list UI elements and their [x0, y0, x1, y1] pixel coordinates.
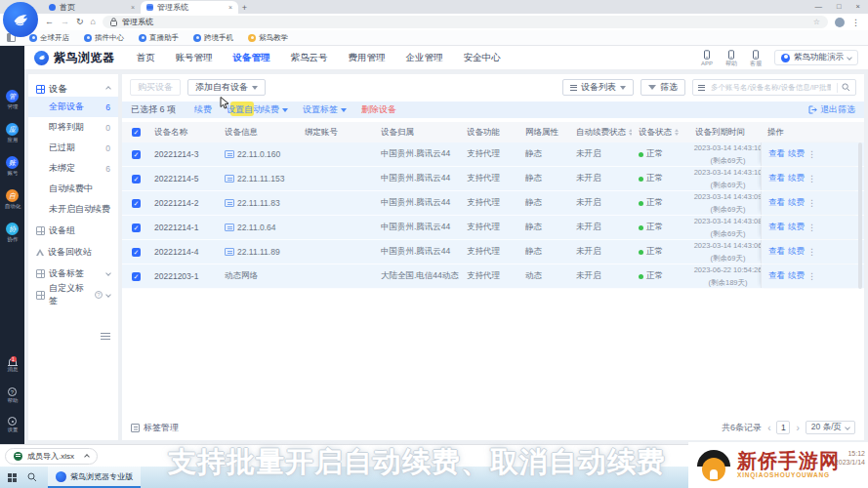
more-actions-icon[interactable]: ⋮	[807, 198, 816, 208]
brand[interactable]: 紫鸟浏览器	[34, 50, 115, 66]
prev-page-icon[interactable]: ‹	[767, 423, 770, 433]
table-row[interactable]: 20221214-5 22.11.11.153 中国贵州.腾讯云44 支持代理 …	[122, 167, 864, 191]
column-header[interactable]: 自动续费状态	[569, 127, 632, 139]
table-row[interactable]: 20221214-2 22.11.11.83 中国贵州.腾讯云44 支持代理 静…	[122, 191, 864, 216]
sidebar-item-device-tags[interactable]: 设备标签	[28, 263, 118, 284]
rail-item-help[interactable]: ? 帮助	[7, 386, 19, 415]
taskbar-app-ziniao[interactable]: 紫鸟浏览器专业版	[48, 467, 141, 488]
nav-item[interactable]: 账号管理	[176, 52, 213, 64]
column-header[interactable]: 网络属性	[518, 127, 569, 139]
view-link[interactable]: 查看	[768, 173, 785, 184]
search-icon[interactable]	[842, 83, 850, 92]
sidebar-filter-item[interactable]: 未开启自动续费	[28, 199, 118, 220]
bookmark-item[interactable]: 全球开店	[29, 33, 69, 43]
rail-item[interactable]: 应 应用	[6, 123, 19, 156]
row-checkbox[interactable]	[132, 150, 141, 159]
sidebar-section-devices[interactable]: 设备	[28, 81, 118, 97]
filter-button[interactable]: 筛选	[641, 79, 685, 96]
nav-item[interactable]: 设备管理	[233, 52, 270, 64]
renew-link[interactable]: 续费	[788, 246, 805, 258]
user-menu[interactable]: 紫鸟功能演示	[774, 50, 858, 65]
bookmark-item[interactable]: 跨境手机	[193, 33, 233, 43]
sidebar-settings-icon[interactable]	[101, 331, 110, 342]
view-link[interactable]: 查看	[768, 246, 785, 258]
rail-item[interactable]: 协 协作	[6, 223, 19, 256]
column-header[interactable]: 设备归属	[374, 127, 460, 139]
rail-item[interactable]: 自 自动化	[4, 189, 21, 223]
column-header[interactable]: 设备状态	[632, 127, 688, 139]
row-checkbox[interactable]	[132, 199, 141, 208]
windows-start-icon[interactable]	[8, 473, 17, 482]
profile-avatar[interactable]	[835, 18, 845, 27]
sidebar-item-recycle-bin[interactable]: 设备回收站	[28, 242, 118, 263]
view-link[interactable]: 查看	[768, 148, 785, 160]
rail-item[interactable]: 管 管理	[6, 90, 19, 123]
sidebar-item-custom-tags[interactable]: 自定义标签 ?	[28, 284, 118, 305]
browser-menu-icon[interactable]: ⋮	[851, 18, 860, 27]
maximize-button[interactable]: □	[837, 2, 842, 11]
forward-icon[interactable]: →	[61, 18, 69, 26]
renew-link[interactable]: 续费	[788, 270, 805, 282]
renew-action[interactable]: 续费	[194, 103, 212, 116]
ziniao-logo-icon[interactable]	[3, 2, 38, 37]
browser-tab[interactable]: 首页 ×	[43, 1, 141, 14]
url-field[interactable]: 管理系统 ☆	[103, 16, 828, 28]
sidebar-filter-item[interactable]: 自动续费中	[28, 179, 118, 199]
search-options-icon[interactable]	[698, 83, 705, 92]
row-checkbox[interactable]	[132, 248, 141, 257]
minimize-button[interactable]: —	[815, 2, 823, 11]
table-row[interactable]: 20221203-1 动态网络 大陆全国.电信44动态 支持代理 动态 未开启 …	[122, 264, 864, 289]
column-header[interactable]: 设备名称	[147, 127, 218, 139]
back-icon[interactable]: ←	[45, 18, 54, 26]
renew-link[interactable]: 续费	[788, 173, 805, 184]
more-actions-icon[interactable]: ⋮	[807, 247, 816, 257]
rail-item[interactable]: 账 账号	[6, 156, 19, 189]
renew-link[interactable]: 续费	[788, 148, 805, 160]
sidebar-filter-item[interactable]: 已过期 0	[28, 138, 118, 158]
rail-item-settings[interactable]: 设置	[7, 415, 19, 444]
current-page[interactable]: 1	[776, 421, 790, 434]
nav-item[interactable]: 紫鸟云号	[291, 52, 328, 64]
tab-close-icon[interactable]: ×	[131, 4, 135, 11]
header-quick-action[interactable]: APP	[701, 50, 713, 66]
more-actions-icon[interactable]: ⋮	[807, 149, 816, 159]
nav-item[interactable]: 企业管理	[406, 52, 443, 64]
table-row[interactable]: 20221214-4 22.11.11.89 中国贵州.腾讯云44 支持代理 静…	[122, 240, 864, 264]
renew-link[interactable]: 续费	[788, 222, 805, 233]
delete-device-action[interactable]: 删除设备	[361, 103, 396, 116]
tag-manage-link[interactable]: 标签管理	[131, 422, 179, 434]
row-checkbox[interactable]	[132, 272, 141, 281]
more-actions-icon[interactable]: ⋮	[807, 271, 816, 281]
nav-item[interactable]: 安全中心	[464, 52, 501, 64]
sidebar-item-device-groups[interactable]: 设备组	[28, 221, 118, 241]
close-button[interactable]: ×	[856, 2, 860, 11]
bookmark-item[interactable]: 直播助手	[139, 33, 179, 43]
reload-icon[interactable]: ↻	[76, 18, 84, 26]
view-link[interactable]: 查看	[768, 222, 785, 233]
more-actions-icon[interactable]: ⋮	[807, 174, 816, 183]
bookmark-star-icon[interactable]: ☆	[813, 18, 820, 26]
sort-icon[interactable]	[675, 129, 679, 136]
table-row[interactable]: 20221214-3 22.11.0.160 中国贵州.腾讯云44 支持代理 静…	[122, 142, 864, 167]
column-header[interactable]: 设备信息	[218, 127, 298, 139]
nav-item[interactable]: 首页	[137, 52, 155, 64]
page-size-select[interactable]: 20 条/页	[806, 421, 855, 434]
search-input[interactable]	[709, 82, 833, 93]
tab-close-icon[interactable]: ×	[228, 4, 232, 11]
table-scrollbar[interactable]	[858, 142, 862, 289]
select-all-checkbox[interactable]	[132, 128, 141, 137]
header-quick-action[interactable]: 帮助	[725, 50, 737, 66]
info-icon[interactable]: ?	[95, 291, 103, 299]
view-mode-button[interactable]: 设备列表	[562, 79, 634, 96]
taskbar-search-icon[interactable]	[27, 472, 37, 482]
exit-filter-link[interactable]: 退出筛选	[808, 103, 855, 116]
header-quick-action[interactable]: 客服	[750, 50, 762, 66]
column-header[interactable]: 操作	[761, 127, 864, 139]
column-header[interactable]: 设备到期时间	[688, 127, 761, 139]
home-icon[interactable]: ⌂	[91, 18, 96, 26]
add-own-device-button[interactable]: 添加自有设备	[187, 79, 266, 96]
nav-item[interactable]: 费用管理	[349, 52, 386, 64]
renew-link[interactable]: 续费	[788, 197, 805, 209]
download-caret-icon[interactable]	[84, 454, 90, 460]
buy-device-button[interactable]: 购买设备	[130, 79, 181, 96]
